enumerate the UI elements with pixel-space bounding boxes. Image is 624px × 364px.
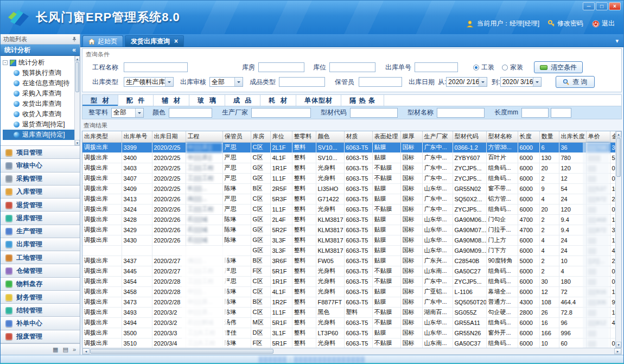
search-button[interactable]: 查 询	[556, 76, 595, 88]
scroll-up-icon[interactable]: ▲	[616, 131, 621, 137]
scrollbar-thumb[interactable]	[616, 138, 621, 177]
color-input[interactable]	[169, 108, 212, 118]
table-row[interactable]: 调拨出库34542020/2/28工▒▒工程严思C区1R1F整料光身料6063-…	[82, 276, 622, 286]
material-tab[interactable]: 玻 璃	[189, 95, 225, 106]
tree-item[interactable]: 在途信息查询[待	[3, 78, 74, 88]
keeper-input[interactable]	[359, 77, 402, 87]
panel-grid-icon[interactable]: ▦	[53, 346, 58, 353]
scroll-left-icon[interactable]: ◄	[82, 348, 90, 354]
sidebar-menu-item[interactable]: 工地管理	[1, 251, 80, 264]
table-row[interactable]: 调拨出库34732020/2/28华▒▒原...陈琳B区1R2F整料F8877F…	[82, 297, 622, 307]
chevron-right-icon[interactable]: »	[73, 346, 76, 353]
column-header[interactable]: 工程	[186, 131, 222, 142]
table-horizontal-scrollbar[interactable]: ◄ ►	[82, 348, 622, 355]
panel-list-icon[interactable]: ▤	[62, 346, 68, 353]
sidebar-section-statistics[interactable]: 统计分析 «	[1, 44, 80, 56]
tree-item[interactable]: 发货出库查询	[3, 99, 74, 109]
column-header[interactable]: 数量	[539, 131, 559, 142]
material-tab[interactable]: 单体型材	[296, 95, 341, 106]
column-header[interactable]: 型材名称	[486, 131, 518, 142]
column-header[interactable]: 出库单号	[122, 131, 152, 142]
outbound-audit-select[interactable]: 全部	[209, 77, 243, 87]
material-tab[interactable]: 隔 热 条	[341, 95, 384, 106]
order-no-input[interactable]	[415, 62, 458, 72]
tree-item[interactable]: 收货入库查询	[3, 109, 74, 119]
sidebar-menu-item[interactable]: 退库管理	[1, 212, 80, 225]
tab-home[interactable]: 起始页	[82, 35, 123, 47]
scroll-down-icon[interactable]: ▼	[616, 342, 621, 348]
tree-scrollbar[interactable]: ▲ ▼	[74, 56, 80, 145]
clear-conditions-button[interactable]: 清空条件	[534, 61, 583, 73]
table-row[interactable]: 调拨出库34002020/2/25华▒▒原▒严思C区4L1F整料SV10...6…	[82, 152, 622, 163]
manufacturer-input[interactable]	[251, 108, 311, 118]
column-header[interactable]: 膜厚	[400, 131, 422, 142]
date-from-picker[interactable]: 2020/ 2/16	[446, 77, 487, 87]
collapse-icon[interactable]: «	[72, 46, 76, 54]
tab-shipping-outbound-query[interactable]: 发货出库查询 ×	[125, 35, 184, 47]
table-row[interactable]: G区3L3F整料KLM38176063-T5贴膜国标山东华...GA90M09.…	[82, 245, 622, 256]
table-row[interactable]: 调拨出库34942020/3/2石▒▒辉城汤伟M区5R1F整料光身料6063-T…	[82, 317, 622, 328]
project-name-input[interactable]	[124, 62, 188, 72]
column-header[interactable]: 长度	[518, 131, 539, 142]
table-row[interactable]: 调拨出库34452020/2/27工▒▒工程严思F区5R1F整料光身料6063-…	[82, 266, 622, 276]
sidebar-menu-item[interactable]: 结转管理	[1, 304, 80, 317]
scrollbar-thumb[interactable]	[75, 62, 79, 92]
table-row[interactable]: 调拨出库34932020/3/2华▒▒原...陈琳C区1L1F整料黑色塑料不贴膜…	[82, 307, 622, 317]
sidebar-menu-item[interactable]: 财务管理	[1, 291, 80, 304]
minimize-button[interactable]: ─	[583, 2, 595, 10]
whole-scrap-select[interactable]: 全部	[111, 108, 144, 118]
sidebar-menu-item[interactable]: 退货管理	[1, 199, 80, 212]
length-min-input[interactable]	[521, 108, 549, 118]
location-input[interactable]	[329, 62, 375, 72]
table-row[interactable]: 调拨出库34282020/2/26石▒▒城陈琳G区2L4F整料KLM381760…	[82, 214, 622, 225]
radio-home-install[interactable]	[502, 65, 508, 71]
sidebar-menu-item[interactable]: 生产管理	[1, 225, 80, 238]
material-tab[interactable]: 辅 材	[154, 95, 189, 106]
product-type-input[interactable]	[279, 77, 325, 87]
material-tab[interactable]: 配 件	[118, 95, 154, 106]
sidebar-menu-item[interactable]: 入库管理	[1, 186, 80, 199]
column-header[interactable]: 单价	[586, 131, 610, 142]
table-row[interactable]: 调拨出库34292020/2/26石▒▒城陈琳G区5R2F整料KLM381760…	[82, 225, 622, 235]
tree-item[interactable]: 退库查询[待定]	[3, 130, 74, 140]
material-tab[interactable]: 型 材	[82, 95, 118, 106]
tab-close-icon[interactable]: ×	[174, 39, 178, 44]
material-tab[interactable]: 耗 材	[260, 95, 296, 106]
sidebar-menu-item[interactable]: 审核中心	[1, 159, 80, 172]
scroll-right-icon[interactable]: ►	[614, 348, 621, 354]
tree-expander-icon[interactable]: -	[3, 60, 8, 65]
tree-item[interactable]: 预算执行查询	[3, 68, 74, 78]
column-header[interactable]: 保管员	[222, 131, 251, 142]
table-row[interactable]: 调拨出库35102020/3/4工▒共工程陈琳F区5R1F整料光身料6063-T…	[82, 338, 622, 348]
sidebar-menu-item[interactable]: 仓储管理	[1, 264, 80, 277]
sidebar-menu-item[interactable]: 物料盘存	[1, 278, 80, 291]
outbound-type-select[interactable]: 生产领料出库	[124, 77, 174, 87]
column-header[interactable]: 库位	[270, 131, 292, 142]
tree-item[interactable]: 退货查询[待定]	[3, 119, 74, 130]
profile-name-input[interactable]	[437, 108, 485, 118]
table-vertical-scrollbar[interactable]: ▲ ▼	[615, 131, 621, 348]
material-tab[interactable]: 成 品	[225, 95, 261, 106]
table-row[interactable]: 调拨出库34372020/2/27佛▒▒...陈琳B区3R6F整料FW05606…	[82, 256, 622, 266]
table-row[interactable]: 调拨出库33992020/2/25华▒▒原▒严思C区2L1F整料SV10...6…	[82, 142, 622, 152]
pin-icon[interactable]	[72, 36, 77, 42]
logout-button[interactable]: 退出	[592, 19, 615, 28]
table-row[interactable]: 调拨出库35002020/3/3工▒共工程曹佳D区3L1F整料LT3P60606…	[82, 328, 622, 338]
warehouse-input[interactable]	[258, 62, 304, 72]
column-header[interactable]: 整零料	[292, 131, 316, 142]
profile-code-input[interactable]	[350, 108, 398, 118]
sidebar-menu-item[interactable]: 报废管理	[1, 330, 80, 343]
column-header[interactable]: 型材代码	[453, 131, 486, 142]
sidebar-menu-item[interactable]: 采购管理	[1, 173, 80, 186]
table-row[interactable]: 调拨出库34072020/2/25工▒▒工程严思G区1L1F整料光身料6063-…	[82, 173, 622, 183]
column-header[interactable]: 材质	[344, 131, 372, 142]
sidebar-menu-item[interactable]: 项目管理	[1, 146, 80, 159]
column-header[interactable]: 出库日期	[152, 131, 186, 142]
tab-list-dropdown-icon[interactable]: ▾	[615, 37, 619, 44]
table-row[interactable]: 调拨出库34092020/2/25长▒▒...陈琳B区2R5F整料LI35HO6…	[82, 183, 622, 194]
table-row[interactable]: 调拨出库34032020/2/25工▒▒工程严思G区1R1F整料光身料6063-…	[82, 163, 622, 173]
length-max-input[interactable]	[551, 108, 571, 118]
table-row[interactable]: 调拨出库34132020/2/26南▒▒...严思C区5R3F整料G714226…	[82, 194, 622, 204]
column-header[interactable]: 生产厂家	[422, 131, 453, 142]
column-header[interactable]: 颜色	[316, 131, 344, 142]
